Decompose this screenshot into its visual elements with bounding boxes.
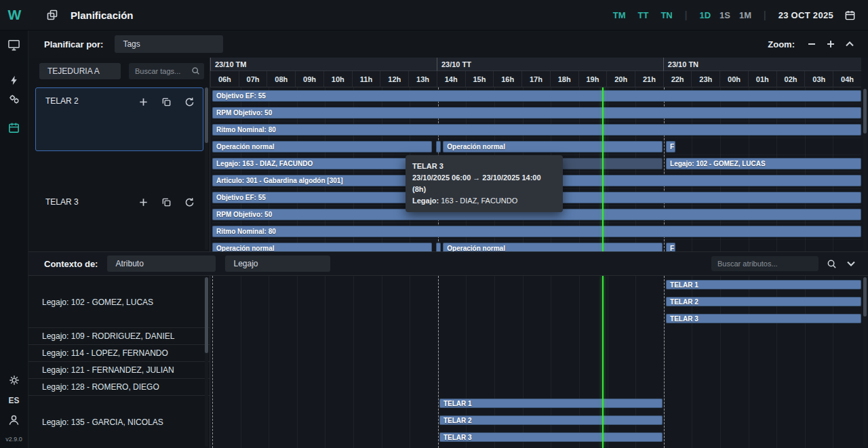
settings-button[interactable] (8, 374, 20, 386)
assignment-bar-label: TELAR 1 (666, 281, 703, 289)
assignment-bar-label: TELAR 2 (439, 417, 476, 424)
range-1m-button[interactable]: 1M (739, 10, 751, 20)
attribute-row[interactable]: Legajo: 102 - GOMEZ, LUCAS (28, 277, 210, 328)
attribute-row[interactable]: Legajo: 114 - LOPEZ, FERNANDO (28, 345, 210, 362)
gantt-bar[interactable]: Legajo: 163 - DIAZ, FACUNDO (212, 158, 438, 169)
shift-filter-tn[interactable]: TN (660, 10, 672, 20)
assignment-bar[interactable]: TELAR 2 (666, 297, 861, 306)
context-attribute-select[interactable]: Legajo (225, 256, 330, 272)
add-block-button[interactable] (138, 197, 149, 207)
attribute-row[interactable]: Legajo: 121 - FERNANDEZ, JULIAN (28, 362, 210, 379)
search-attributes-input[interactable] (711, 256, 818, 271)
bar-tooltip: TELAR 3 23/10/2025 06:00 → 23/10/2025 14… (406, 155, 563, 212)
scrollbar-thumb[interactable] (863, 89, 867, 134)
hour-gridline (325, 276, 326, 448)
shift-boundary-line (212, 276, 213, 448)
assignment-bar[interactable]: TELAR 3 (666, 314, 861, 323)
machine-row-telar-3[interactable]: TELAR 3 (35, 152, 203, 251)
gantt-bar[interactable]: Legajo: 102 - GOMEZ, LUCAS (666, 158, 861, 169)
collapse-bottom-button[interactable] (845, 259, 857, 268)
hour-header-label: 19h (578, 71, 607, 87)
scrollbar-thumb[interactable] (205, 87, 208, 143)
gantt-bar[interactable]: F (666, 141, 675, 152)
gantt-bar[interactable]: Operación normal (443, 243, 663, 251)
attribute-row[interactable]: Legajo: 128 - ROMERO, DIEGO (28, 379, 210, 396)
assignment-bar[interactable]: TELAR 1 (439, 399, 663, 408)
plus-icon (138, 197, 149, 207)
refresh-button[interactable] (184, 197, 195, 207)
hour-header-label: 17h (521, 71, 550, 87)
planning-toolbar: Planificar por: Tags Zoom: (28, 30, 868, 58)
attributes-panel: Legajo: 102 - GOMEZ, LUCASLegajo: 109 - … (28, 276, 210, 448)
gantt-row: Operación normalOperación normalF (212, 138, 861, 155)
apps-button[interactable] (46, 9, 58, 21)
duplicate-button[interactable] (161, 96, 172, 107)
zoom-out-button[interactable] (806, 38, 818, 50)
planify-by-select[interactable]: Tags (115, 35, 223, 53)
language-button[interactable]: ES (8, 396, 19, 405)
gantt-bar[interactable]: Operación normal (212, 243, 432, 251)
user-button[interactable] (7, 413, 20, 426)
scrollbar-thumb[interactable] (205, 277, 208, 353)
nav-machines-button[interactable] (8, 93, 20, 105)
zoom-in-button[interactable] (825, 38, 837, 50)
gantt-bar[interactable]: RPM Objetivo: 50 (212, 107, 861, 119)
gantt-bar[interactable] (436, 243, 441, 251)
gantt-bar[interactable]: Objetivo EF: 55 (212, 90, 861, 102)
attribute-row[interactable]: Legajo: 109 - RODRIGUEZ, DANIEL (28, 328, 210, 345)
range-1d-button[interactable]: 1D (699, 10, 711, 20)
nav-energy-button[interactable] (8, 75, 20, 86)
shift-filter-tt[interactable]: TT (638, 10, 649, 20)
context-type-select[interactable]: Atributo (107, 256, 216, 272)
machine-row-telar-2[interactable]: TELAR 2 (35, 87, 203, 151)
gantt-bar[interactable]: Ritmo Nominal: 80 (212, 124, 861, 136)
attribute-row[interactable]: Legajo: 135 - GARCIA, NICOLAS (28, 396, 210, 448)
hour-gridline (297, 276, 298, 448)
gantt-bar-label: Objetivo EF: 55 (212, 92, 270, 100)
assignment-bar-label: TELAR 1 (439, 400, 476, 407)
gantt-bar[interactable]: Ritmo Nominal: 80 (212, 226, 861, 237)
hour-header-label: 15h (465, 71, 494, 87)
nav-monitor-button[interactable] (7, 39, 20, 52)
scrollbar-thumb[interactable] (863, 277, 867, 317)
duplicate-button[interactable] (161, 197, 172, 207)
hour-header-label: 14h (437, 71, 465, 87)
gantt-bar[interactable]: Operación normal (443, 141, 663, 152)
gantt-bar-label: Operación normal (443, 143, 509, 150)
shift-header-label: 23/10 TN (663, 58, 861, 71)
gantt-row: Ritmo Nominal: 80 (212, 223, 861, 240)
nav-planning-button[interactable] (7, 121, 20, 134)
gantt-bar[interactable]: Operación normal (212, 141, 432, 152)
zoom-label: Zoom: (768, 39, 795, 49)
search-attributes-button[interactable] (825, 258, 838, 270)
current-date: 23 OCT 2025 (778, 10, 833, 20)
tooltip-field-value: 163 - DIAZ, FACUNDO (439, 197, 517, 205)
calendar-icon (844, 9, 856, 21)
assignment-bar[interactable]: TELAR 1 (666, 280, 861, 289)
hour-header-label: 13h (408, 71, 437, 87)
assignment-bar[interactable]: TELAR 3 (439, 432, 663, 442)
gantt-bar-label: Articulo: 301 - Gabardina algodón [301] (212, 177, 347, 184)
search-tags-input[interactable] (129, 63, 204, 79)
gantt-bar[interactable] (436, 141, 441, 152)
collapse-top-button[interactable] (844, 39, 856, 49)
tooltip-title: TELAR 3 (412, 161, 556, 172)
planify-by-label: Planificar por: (44, 39, 103, 49)
assignment-bar-label: TELAR 2 (666, 298, 703, 306)
range-1s-button[interactable]: 1S (719, 10, 730, 20)
attribute-label: Legajo: 135 - GARCIA, NICOLAS (42, 418, 163, 427)
date-picker-button[interactable]: 23 OCT 2025 (778, 9, 856, 21)
attribute-label: Legajo: 128 - ROMERO, DIEGO (42, 382, 159, 392)
tooltip-detail: Legajo: 163 - DIAZ, FACUNDO (412, 195, 556, 207)
gantt-bar[interactable]: F (666, 243, 675, 251)
shift-filter-tm[interactable]: TM (613, 10, 626, 20)
assignment-bar[interactable]: TELAR 2 (439, 415, 663, 425)
hour-header-label: 07h (239, 71, 267, 87)
assignment-bar-label: TELAR 3 (439, 434, 476, 441)
group-select[interactable]: TEJEDURIA A (39, 63, 121, 79)
gantt-lanes: Objetivo EF: 55RPM Objetivo: 50Ritmo Nom… (212, 87, 861, 251)
context-section: Legajo: 102 - GOMEZ, LUCASLegajo: 109 - … (28, 276, 868, 448)
apps-icon (46, 9, 58, 21)
add-block-button[interactable] (138, 96, 149, 107)
refresh-button[interactable] (184, 96, 195, 107)
